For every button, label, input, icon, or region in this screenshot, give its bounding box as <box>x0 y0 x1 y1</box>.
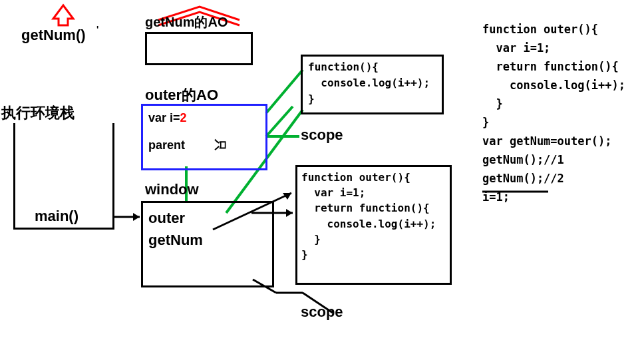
svg-marker-1 <box>133 213 140 221</box>
code-outer-function: function outer(){ var i=1; return functi… <box>297 167 450 265</box>
parent-label: parent <box>148 138 185 152</box>
var-i-label: var i= <box>148 111 180 124</box>
var-i-value: 2 <box>180 111 187 124</box>
svg-line-5 <box>266 106 293 136</box>
label-getnum-ao: getNum的AO <box>145 13 228 31</box>
label-outer-ao: outer的AO <box>145 85 218 105</box>
stick-figure: 只 <box>212 139 228 151</box>
box-outer-function: function outer(){ var i=1; return functi… <box>295 165 452 285</box>
window-outer: outer <box>148 207 267 229</box>
tick-mark: ' <box>96 24 98 35</box>
box-getnum-ao <box>145 32 253 65</box>
label-scope-outer: scope <box>301 303 343 321</box>
label-scope-inner: scope <box>301 126 343 144</box>
box-inner-function: function(){ console.log(i++); } <box>301 55 444 114</box>
label-window: window <box>145 181 199 198</box>
svg-line-3 <box>266 70 303 113</box>
label-exec-stack: 执行环境栈 <box>1 103 75 123</box>
main-underline <box>16 228 112 230</box>
box-outer-ao: var i=2 parent <box>141 104 267 170</box>
box-window: outer getNum <box>141 201 274 287</box>
label-main: main() <box>35 208 79 225</box>
code-inner-function: function(){ console.log(i++); } <box>303 57 442 110</box>
window-getnum: getNum <box>148 229 267 251</box>
svg-marker-8 <box>283 193 291 200</box>
label-getnum-call: getNum() <box>21 27 86 44</box>
code-right-block: function outer(){ var i=1; return functi… <box>482 20 625 206</box>
svg-marker-10 <box>286 209 293 217</box>
